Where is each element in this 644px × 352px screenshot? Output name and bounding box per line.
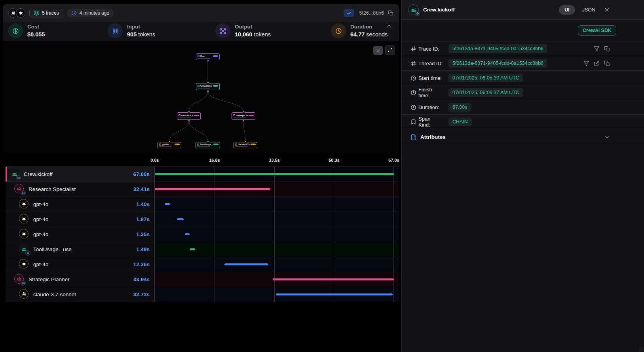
span-row[interactable]: Crew.kickoff67.00s	[6, 167, 399, 182]
close-icon	[604, 7, 610, 13]
span-row-label-cell[interactable]: gpt-4o12.26s	[6, 257, 155, 272]
attributes-section-toggle[interactable]: Attributes	[402, 129, 644, 145]
span-row[interactable]: Research Specialist32.41s	[6, 182, 399, 197]
span-duration: 32.41s	[133, 186, 154, 192]
span-row-timeline-cell[interactable]	[155, 182, 399, 197]
span-row-timeline-cell[interactable]	[155, 242, 399, 257]
span-row-timeline-cell[interactable]	[155, 197, 399, 212]
node-subtext	[179, 117, 191, 118]
bookmark-icon	[410, 119, 416, 125]
span-row-label-cell[interactable]: Research Specialist32.41s	[6, 182, 155, 197]
span-row-timeline-cell[interactable]	[155, 272, 399, 287]
funnel-icon[interactable]	[594, 46, 600, 52]
node-handle[interactable]	[245, 140, 247, 142]
span-bar[interactable]	[155, 173, 394, 175]
span-bar[interactable]	[190, 248, 195, 250]
span-row-timeline-cell[interactable]	[155, 257, 399, 272]
clock-icon	[71, 10, 77, 16]
span-row-timeline-cell[interactable]	[155, 227, 399, 242]
panel-close-button[interactable]	[604, 7, 610, 13]
field-row: Trace ID:5f2613da-8371-9405-fcdd-0a1534c…	[402, 42, 644, 56]
span-bar[interactable]	[185, 233, 190, 235]
node-handle[interactable]	[207, 59, 209, 61]
span-bar[interactable]	[165, 203, 170, 205]
field-row: Thread ID:5f2613da-8371-9405-fcdd-0a1534…	[402, 56, 644, 71]
copy-icon[interactable]	[604, 61, 610, 66]
span-bar[interactable]	[276, 293, 393, 295]
span-bar[interactable]	[155, 188, 270, 190]
clock-icon	[331, 23, 346, 38]
span-row[interactable]: gpt-4o12.26s	[6, 257, 399, 272]
span-row-label-cell[interactable]: Strategic Planner33.94s	[6, 272, 155, 287]
graph-expand-button[interactable]	[385, 45, 395, 55]
resize-grip[interactable]	[639, 347, 643, 351]
node-handle[interactable]	[207, 140, 209, 142]
node-type-icon	[159, 144, 161, 146]
graph-node-tool[interactable]: ToolUsage._use	[196, 142, 220, 148]
external-icon[interactable]	[594, 61, 600, 66]
node-badge	[249, 115, 254, 116]
node-subtext	[159, 146, 172, 147]
span-row-label-cell[interactable]: gpt-4o1.40s	[6, 197, 155, 212]
span-row[interactable]: Strategic Planner33.94s	[6, 272, 399, 287]
span-row-timeline-cell[interactable]	[155, 212, 399, 227]
anthropic-icon: A\	[19, 289, 30, 300]
span-row-label-cell[interactable]: gpt-4o1.87s	[6, 212, 155, 227]
node-handle[interactable]	[169, 140, 171, 142]
metric-label: Duration	[350, 24, 388, 30]
span-row-label-cell[interactable]: gpt-4o1.35s	[6, 227, 155, 242]
traces-badge[interactable]: 5 traces	[29, 9, 63, 17]
span-row-label-cell[interactable]: Crew.kickoff67.00s	[6, 167, 155, 182]
span-row-label-cell[interactable]: ToolUsage._use1.49s	[6, 242, 155, 257]
node-badge	[175, 144, 180, 145]
metric-duration: Duration64.77 seconds	[331, 23, 388, 38]
chevron-down-icon	[604, 134, 610, 140]
span-row-label-cell[interactable]: A\claude-3.7-sonnet32.73s	[6, 287, 155, 302]
span-row-timeline-cell[interactable]	[155, 167, 399, 182]
graph-close-button[interactable]	[373, 46, 383, 55]
copy-icon[interactable]	[604, 46, 610, 52]
node-handle[interactable]	[243, 120, 245, 122]
trace-main: A\ 5 traces 4 minutes ago 5f26...8bb6	[0, 0, 401, 352]
field-value: 5f2613da-8371-9405-fcdd-0a1534cc8bb6	[448, 44, 547, 53]
funnel-icon[interactable]	[583, 61, 589, 66]
span-row[interactable]: gpt-4o1.35s	[6, 227, 399, 242]
node-type-icon	[179, 114, 180, 116]
collapse-metrics-button[interactable]	[386, 23, 392, 30]
graph-node-crew[interactable]: Crew.kickoff	[196, 83, 220, 90]
span-row[interactable]: gpt-4o1.40s	[6, 197, 399, 212]
trace-chart-button[interactable]	[344, 9, 354, 17]
span-name: gpt-4o	[33, 201, 133, 207]
field-label: Finish time:	[418, 87, 443, 98]
field-label: Thread ID:	[418, 61, 443, 66]
timeline-axis: 0.0s16.8s33.5s50.3s67.0s	[6, 155, 399, 167]
field-row: Finish time:07/01/2025, 06:06:37 AM UTC	[402, 85, 644, 100]
node-handle[interactable]	[207, 81, 209, 83]
span-row[interactable]: gpt-4o1.87s	[6, 212, 399, 227]
span-row-timeline-cell[interactable]	[155, 287, 399, 302]
graph-node-gpt[interactable]: gpt-4o	[158, 142, 181, 148]
graph-node-strategic[interactable]: Strategic Planner	[232, 112, 255, 120]
copy-trace-id-button[interactable]	[388, 10, 393, 16]
entity-badge-icon	[21, 280, 26, 286]
span-row[interactable]: A\claude-3.7-sonnet32.73s	[6, 287, 399, 302]
span-bar[interactable]	[273, 278, 394, 280]
node-subtext	[198, 58, 210, 59]
provider-logos: A\	[8, 8, 25, 18]
tab-json[interactable]: JSON	[579, 5, 598, 15]
node-handle[interactable]	[207, 90, 209, 92]
span-duration: 1.35s	[136, 231, 154, 237]
span-duration: 32.73s	[133, 291, 154, 297]
metrics-row: Cost$0.055 Input905 tokensOutput10,060 t…	[3, 22, 399, 41]
node-handle[interactable]	[188, 120, 190, 122]
metric-value: 905	[127, 31, 137, 38]
node-handle[interactable]	[243, 111, 245, 113]
graph-node-research[interactable]: Research Speciali...	[177, 112, 201, 120]
crew-icon	[9, 169, 20, 180]
span-row[interactable]: ToolUsage._use1.49s	[6, 242, 399, 257]
node-handle[interactable]	[188, 111, 190, 113]
span-bar[interactable]	[177, 218, 184, 220]
graph-node-claude[interactable]: claude-3.7-sonnet	[234, 142, 257, 148]
span-bar[interactable]	[224, 263, 268, 265]
tab-ui[interactable]: UI	[559, 5, 575, 15]
